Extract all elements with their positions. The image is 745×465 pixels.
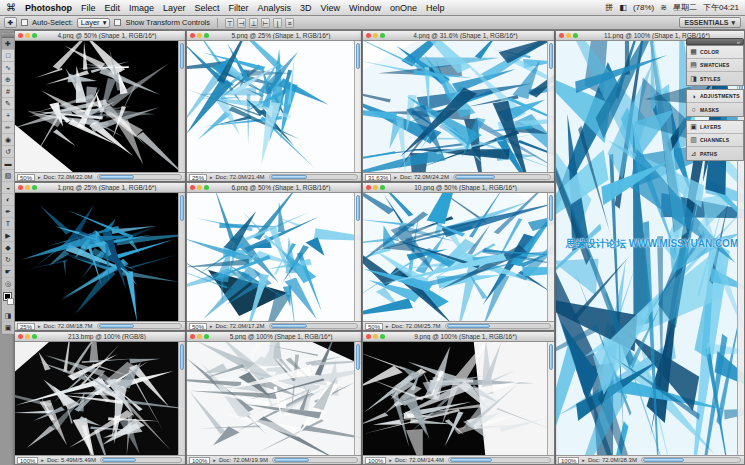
scrollbar-thumb[interactable]: [356, 344, 360, 370]
scrollbar-thumb[interactable]: [271, 175, 308, 179]
window-titlebar[interactable]: 10.png @ 50% (Shape 1, RGB/16*): [363, 183, 554, 193]
screen-mode-button[interactable]: ▣: [2, 322, 14, 334]
document-window-10[interactable]: 9.png @ 100% (Shape 1, RGB/16*) 100% ▸ D…: [362, 331, 555, 465]
blur-tool[interactable]: ◒: [2, 182, 14, 194]
document-window-7[interactable]: 10.png @ 50% (Shape 1, RGB/16*) 50% ▸ Do…: [362, 182, 555, 331]
lasso-tool[interactable]: ∿: [2, 62, 14, 74]
scrollbar-thumb[interactable]: [180, 344, 184, 370]
auto-select-checkbox[interactable]: [21, 19, 28, 26]
document-window-9[interactable]: 5.png @ 100% (Shape 1, RGB/16*) 100% ▸ D…: [186, 331, 362, 465]
quick-selection-tool[interactable]: ⊕: [2, 74, 14, 86]
minimize-button[interactable]: [25, 33, 30, 38]
horizontal-scrollbar[interactable]: [641, 457, 741, 463]
zoom-field[interactable]: 100%: [558, 457, 579, 464]
marquee-tool[interactable]: □: [2, 50, 14, 62]
status-popup-arrow[interactable]: ▸: [389, 457, 392, 463]
menu-item[interactable]: Image: [129, 3, 154, 13]
status-popup-arrow[interactable]: ▸: [394, 174, 397, 180]
align-vertical-centers-icon[interactable]: ⊣: [237, 18, 246, 28]
vertical-scrollbar[interactable]: [178, 41, 185, 172]
document-window-1[interactable]: 4.png @ 50% (Shape 1, RGB/16*) 50% ▸ Doc…: [14, 30, 186, 182]
horizontal-scrollbar[interactable]: [269, 174, 358, 180]
minimize-button[interactable]: [566, 33, 571, 38]
close-button[interactable]: [559, 33, 564, 38]
close-button[interactable]: [18, 334, 23, 339]
status-popup-arrow[interactable]: ▸: [386, 323, 389, 329]
vertical-scrollbar[interactable]: [178, 193, 185, 321]
menu-item[interactable]: View: [321, 3, 340, 13]
window-titlebar[interactable]: 213.bmp @ 100% (RGB/8): [15, 332, 185, 342]
zoom-field[interactable]: 100%: [365, 457, 386, 464]
close-button[interactable]: [18, 185, 23, 190]
distribute-icon[interactable]: ≡: [285, 18, 294, 28]
horizontal-scrollbar[interactable]: [272, 457, 358, 463]
apple-menu-icon[interactable]: ⌘: [6, 2, 16, 13]
minimize-button[interactable]: [25, 334, 30, 339]
close-button[interactable]: [190, 33, 195, 38]
minimize-button[interactable]: [25, 185, 30, 190]
status-popup-arrow[interactable]: ▸: [38, 174, 41, 180]
minimize-button[interactable]: [197, 33, 202, 38]
close-button[interactable]: [190, 334, 195, 339]
healing-brush-tool[interactable]: +: [2, 110, 14, 122]
window-titlebar[interactable]: 5.png @ 25% (Shape 1, RGB/16*): [187, 31, 361, 41]
channels-panel-tab[interactable]: ▥ CHANNELS: [687, 134, 743, 147]
menu-item[interactable]: Filter: [229, 3, 249, 13]
scrollbar-thumb[interactable]: [447, 324, 491, 328]
zoom-field[interactable]: 100%: [189, 457, 210, 464]
zoom-field[interactable]: 50%: [17, 174, 35, 181]
close-button[interactable]: [190, 185, 195, 190]
window-titlebar[interactable]: 5.png @ 100% (Shape 1, RGB/16*): [187, 332, 361, 342]
scrollbar-thumb[interactable]: [356, 195, 360, 221]
move-tool[interactable]: ✚: [2, 38, 14, 50]
adjustments-panel-tab[interactable]: ◑ ADJUSTMENTS: [687, 90, 743, 103]
vertical-scrollbar[interactable]: [547, 342, 554, 455]
document-window-6[interactable]: 6.png @ 50% (Shape 1, RGB/16*) 50% ▸ Doc…: [186, 182, 362, 331]
menu-item[interactable]: Layer: [163, 3, 186, 13]
menu-item[interactable]: Select: [195, 3, 220, 13]
zoom-window-button[interactable]: [380, 334, 385, 339]
minimize-button[interactable]: [373, 334, 378, 339]
menu-item[interactable]: Photoshop: [25, 3, 72, 13]
menu-item[interactable]: Help: [426, 3, 445, 13]
document-window-2[interactable]: 5.png @ 25% (Shape 1, RGB/16*) 25% ▸ Doc…: [186, 30, 362, 182]
zoom-field[interactable]: 100%: [17, 457, 38, 464]
battery-level[interactable]: (78%): [633, 3, 654, 12]
document-window-8[interactable]: 213.bmp @ 100% (RGB/8) 100% ▸ Doc: 5.49M…: [14, 331, 186, 465]
canvas-area[interactable]: [187, 193, 361, 321]
scrollbar-thumb[interactable]: [99, 175, 134, 179]
align-left-edges-icon[interactable]: ⊢: [261, 18, 270, 28]
clone-stamp-tool[interactable]: ◉: [2, 134, 14, 146]
zoom-field[interactable]: 25%: [17, 323, 35, 330]
horizontal-scrollbar[interactable]: [269, 323, 358, 329]
close-button[interactable]: [366, 334, 371, 339]
close-button[interactable]: [18, 33, 23, 38]
vertical-scrollbar[interactable]: [178, 342, 185, 455]
tool-preset-icon[interactable]: ✚: [4, 17, 17, 28]
minimize-button[interactable]: [373, 33, 378, 38]
minimize-button[interactable]: [373, 185, 378, 190]
horizontal-scrollbar[interactable]: [97, 323, 182, 329]
status-popup-arrow[interactable]: ▸: [210, 323, 213, 329]
close-button[interactable]: [366, 185, 371, 190]
zoom-window-button[interactable]: [204, 185, 209, 190]
zoom-field[interactable]: 50%: [365, 323, 383, 330]
workspace-switcher-button[interactable]: ESSENTIALS ▾: [679, 17, 741, 28]
zoom-window-button[interactable]: [32, 185, 37, 190]
scrollbar-thumb[interactable]: [356, 43, 360, 69]
display-icon[interactable]: ◧: [619, 3, 627, 12]
auto-select-dropdown[interactable]: Layer ▾: [77, 18, 111, 28]
zoom-field[interactable]: 50%: [189, 323, 207, 330]
pen-tool[interactable]: ✒: [2, 206, 14, 218]
brush-tool[interactable]: ✏: [2, 122, 14, 134]
status-popup-arrow[interactable]: ▸: [213, 457, 216, 463]
scrollbar-thumb[interactable]: [549, 344, 553, 370]
shape-tool[interactable]: ◆: [2, 242, 14, 254]
type-tool[interactable]: T: [2, 218, 14, 230]
menu-item[interactable]: Window: [349, 3, 381, 13]
canvas-area[interactable]: [187, 342, 361, 455]
close-button[interactable]: [366, 33, 371, 38]
zoom-tool[interactable]: ◎: [2, 278, 14, 290]
window-titlebar[interactable]: 6.png @ 50% (Shape 1, RGB/16*): [187, 183, 361, 193]
paths-panel-tab[interactable]: ⊿ PATHS: [687, 147, 743, 160]
